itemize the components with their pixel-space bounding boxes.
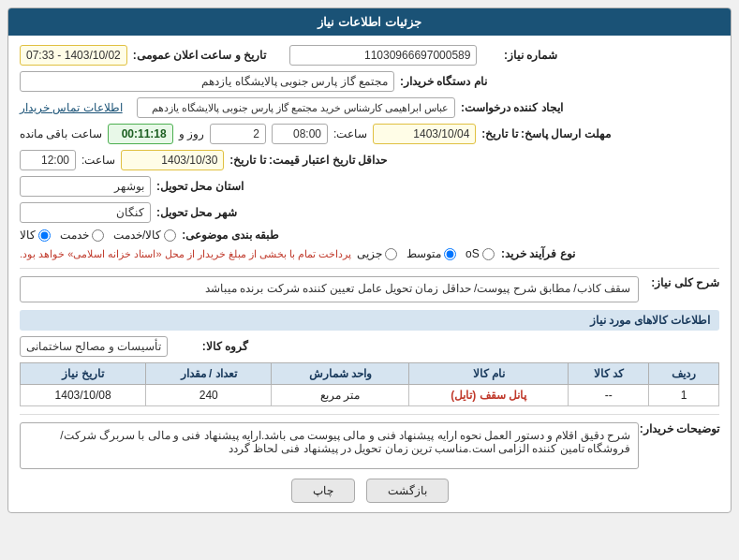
category-radio-khedmat[interactable] (92, 229, 104, 242)
purchase-radio-jozei[interactable] (385, 248, 397, 260)
page-wrapper: جزئیات اطلاعات نیاز شماره نیاز: 11030966… (0, 0, 739, 560)
panel-header: جزئیات اطلاعات نیاز (8, 8, 731, 36)
panel-title: جزئیات اطلاعات نیاز (318, 15, 421, 29)
btn-row: بازگشت چاپ (20, 479, 719, 503)
category-label-kala: کالا (20, 228, 36, 242)
reply-countdown-value: 00:11:18 (108, 124, 173, 144)
reply-deadline-label: مهلت ارسال پاسخ: تا تاریخ: (481, 127, 610, 140)
buyer-notes-value: شرح دقیق اقلام و دستور العمل نحوه ارایه … (20, 422, 639, 469)
price-time-value: 12:00 (20, 150, 76, 170)
group-value: تأسیسات و مصالح ساختمانی (20, 336, 168, 357)
category-option-khedmat[interactable]: خدمت (60, 228, 104, 242)
category-option-kala-khedmat[interactable]: کالا/خدمت (113, 228, 176, 242)
province-label: استان محل تحویل: (156, 180, 244, 193)
col-unit: واحد شمارش (272, 363, 409, 385)
row-creator: ایجاد کننده درخواست: عباس ابراهیمی کارشن… (20, 97, 719, 118)
cell-code: -- (569, 385, 649, 406)
cell-unit: متر مربع (272, 385, 409, 406)
contact-link[interactable]: اطلاعات تماس خریدار (20, 101, 123, 114)
purchase-label-jozei: جزیی (357, 247, 382, 260)
row-description: شرح کلی نیاز: سقف کاذب/ مطابق شرح پیوست/… (20, 276, 719, 302)
province-value: بوشهر (20, 176, 151, 197)
row-purchase-type: نوع فرآیند خرید: oS متوسط جزیی پر (20, 247, 719, 260)
main-panel: جزئیات اطلاعات نیاز شماره نیاز: 11030966… (7, 7, 732, 513)
table-row: 1 -- پانل سقف (تایل) متر مربع 240 1403/1… (21, 385, 719, 406)
items-table: ردیف کد کالا نام کالا واحد شمارش تعداد /… (20, 362, 719, 406)
need-number-label: شماره نیاز: (482, 49, 557, 62)
row-reply-deadline: مهلت ارسال پاسخ: تا تاریخ: 1403/10/04 سا… (20, 124, 719, 144)
purchase-label-motavasset: متوسط (406, 247, 441, 260)
category-radio-group: کالا/خدمت خدمت کالا (20, 228, 176, 242)
date-label: تاریخ و ساعت اعلان عمومی: (133, 49, 266, 62)
category-radio-kala-khedmat[interactable] (164, 229, 176, 242)
purchase-type-label: نوع فرآیند خرید: (500, 247, 575, 260)
city-value: کنگان (20, 202, 151, 223)
reply-time-label: ساعت: (333, 127, 367, 140)
items-section-title: اطلاعات کالاهای مورد نیاز (20, 310, 719, 331)
category-label-kala-khedmat: کالا/خدمت (113, 228, 161, 242)
purchase-radio-group: oS متوسط جزیی (357, 247, 495, 260)
price-deadline-label: حداقل تاریخ اعتبار قیمت: تا تاریخ: (229, 154, 387, 167)
panel-body: شماره نیاز: 11030966697000589 تاریخ و سا… (8, 36, 731, 512)
description-label: شرح کلی نیاز: (644, 276, 719, 289)
purchase-radio-os[interactable] (482, 248, 495, 260)
buyer-label: نام دستگاه خریدار: (400, 75, 487, 88)
creator-label: ایجاد کننده درخواست: (461, 101, 563, 114)
date-value: 1403/10/02 - 07:33 (20, 45, 127, 66)
purchase-option-motavasset[interactable]: متوسط (406, 247, 456, 260)
need-number-value: 11030966697000589 (289, 45, 477, 66)
col-qty: تعداد / مقدار (146, 363, 272, 385)
row-price-deadline: حداقل تاریخ اعتبار قیمت: تا تاریخ: 1403/… (20, 150, 719, 170)
cell-name: پانل سقف (تایل) (409, 385, 569, 406)
row-province: استان محل تحویل: بوشهر (20, 176, 719, 197)
col-name: نام کالا (409, 363, 569, 385)
divider-1 (20, 268, 719, 269)
category-label: طبقه بندی موضوعی: (182, 228, 279, 242)
category-label-khedmat: خدمت (60, 228, 89, 242)
row-need-number: شماره نیاز: 11030966697000589 تاریخ و سا… (20, 45, 719, 66)
creator-value: عباس ابراهیمی کارشناس خرید مجتمع گاز پار… (137, 97, 455, 118)
row-group: گروه کالا: تأسیسات و مصالح ساختمانی (20, 336, 719, 357)
reply-remaining-label: ساعت باقی مانده (20, 127, 102, 140)
cell-row: 1 (649, 385, 719, 406)
reply-time-value: 08:00 (272, 124, 328, 144)
back-button[interactable]: بازگشت (366, 479, 449, 503)
col-date: تاریخ نیاز (21, 363, 146, 385)
reply-date-value: 1403/10/04 (373, 124, 476, 144)
print-button[interactable]: چاپ (291, 479, 355, 503)
price-date-value: 1403/10/30 (121, 150, 224, 170)
divider-2 (20, 414, 719, 415)
purchase-note: پرداخت تمام با بخشی از مبلغ خریدار از مح… (20, 248, 351, 260)
city-label: شهر محل تحویل: (156, 206, 237, 219)
description-value: سقف کاذب/ مطابق شرح پیوست/ حداقل زمان تح… (20, 276, 639, 302)
row-buyer: نام دستگاه خریدار: مجتمع گاز پارس جنوبی … (20, 71, 719, 92)
purchase-label-os: oS (466, 247, 480, 260)
purchase-option-jozei[interactable]: جزیی (357, 247, 397, 260)
col-code: کد کالا (569, 363, 649, 385)
cell-qty: 240 (146, 385, 272, 406)
purchase-option-os[interactable]: oS (466, 247, 495, 260)
price-time-label: ساعت: (81, 154, 115, 167)
category-option-kala[interactable]: کالا (20, 228, 51, 242)
reply-day-value: 2 (210, 124, 266, 144)
reply-day-label: روز و (179, 127, 204, 140)
purchase-radio-motavasset[interactable] (444, 248, 456, 260)
category-radio-kala[interactable] (38, 229, 51, 242)
row-city: شهر محل تحویل: کنگان (20, 202, 719, 223)
col-row: ردیف (649, 363, 719, 385)
row-category: طبقه بندی موضوعی: کالا/خدمت خدمت کالا (20, 228, 719, 242)
row-buyer-notes: توضیحات خریدار: شرح دقیق اقلام و دستور ا… (20, 422, 719, 469)
buyer-value: مجتمع گاز پارس جنوبی پالایشگاه یازدهم (20, 71, 394, 92)
group-label: گروه کالا: (173, 340, 248, 353)
cell-date: 1403/10/08 (21, 385, 146, 406)
buyer-notes-label: توضیحات خریدار: (644, 422, 719, 435)
